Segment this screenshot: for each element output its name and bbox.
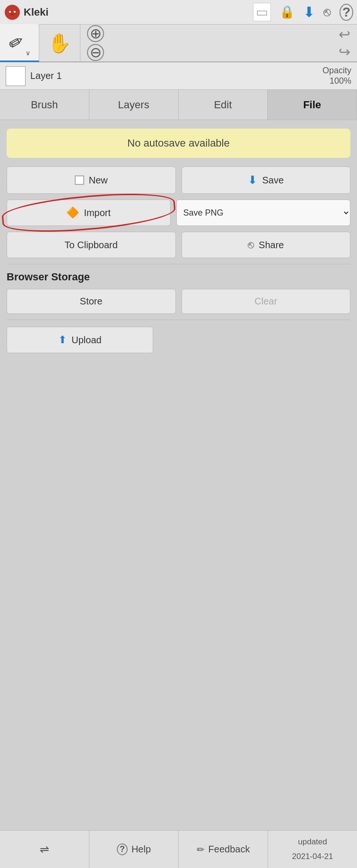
new-icon [75, 175, 84, 185]
updated-info: updated 2021-04-21 [268, 831, 357, 868]
zoom-in-button[interactable]: ⊕ [87, 25, 104, 42]
svg-point-5 [14, 11, 16, 13]
clipboard-label: To Clipboard [65, 240, 118, 251]
help-icon: ? [117, 843, 128, 855]
save-label: Save [262, 175, 284, 186]
clipboard-share-row: To Clipboard ⎋ Share [7, 232, 350, 258]
feedback-icon: ✏ [197, 844, 205, 855]
import-button[interactable]: 🔶 Import [7, 200, 171, 226]
import-label: Import [84, 208, 111, 218]
footer: ⇌ ? Help ✏ Feedback updated 2021-04-21 [0, 830, 357, 868]
store-label: Store [80, 296, 103, 307]
clear-button[interactable]: Clear [182, 289, 351, 314]
download-icon[interactable]: ⬇ [303, 4, 315, 20]
zoom-out-button[interactable]: ⊖ [87, 44, 104, 61]
hand-icon: ✋ [48, 32, 71, 54]
logo-icon [4, 4, 21, 21]
svg-point-4 [9, 11, 11, 13]
layer-thumbnail[interactable] [6, 66, 26, 86]
help-label: Help [131, 844, 151, 855]
share-btn-icon: ⎋ [248, 239, 254, 251]
app-title: Kleki [24, 6, 49, 18]
save-button[interactable]: ⬇ Save [182, 166, 351, 194]
updated-date: 2021-04-21 [292, 851, 333, 862]
import-icon: 🔶 [66, 207, 79, 219]
tab-layers[interactable]: Layers [89, 90, 179, 120]
hand-tool-button[interactable]: ✋ [39, 24, 80, 62]
tab-edit[interactable]: Edit [179, 90, 268, 120]
share-icon[interactable]: ⎋ [323, 5, 331, 19]
top-bar-icons: ▭ 🔒 ⬇ ⎋ ? [253, 3, 353, 21]
undo-redo-controls: ↩ ↪ [332, 26, 357, 60]
brush-tool-button[interactable]: ✏ ∨ [0, 24, 39, 62]
brush-icon: ✏ [4, 29, 28, 55]
new-page-icon[interactable]: ▭ [253, 3, 271, 21]
svg-point-6 [10, 13, 15, 16]
divider-1 [7, 264, 350, 264]
tabs-bar: Brush Layers Edit File [0, 90, 357, 120]
redo-button[interactable]: ↪ [339, 43, 350, 60]
undo-button[interactable]: ↩ [339, 26, 350, 43]
top-bar: Kleki ▭ 🔒 ⬇ ⎋ ? [0, 0, 357, 25]
tab-brush[interactable]: Brush [0, 90, 89, 120]
import-button-wrapper: 🔶 Import [7, 200, 171, 226]
brush-dropdown-arrow[interactable]: ∨ [26, 49, 30, 57]
new-save-row: New ⬇ Save [7, 166, 350, 194]
upload-button[interactable]: ⬆ Upload [7, 327, 153, 353]
feedback-button[interactable]: ✏ Feedback [179, 831, 268, 868]
browser-storage-title: Browser Storage [7, 271, 350, 283]
store-button[interactable]: Store [7, 289, 176, 314]
layer-bar: Layer 1 Opacity 100% [0, 62, 357, 90]
opacity-display: Opacity 100% [322, 66, 351, 86]
upload-label: Upload [71, 335, 101, 346]
layer-name: Layer 1 [30, 70, 62, 81]
autosave-text: No autosave available [127, 137, 229, 149]
opacity-value: 100% [330, 76, 351, 86]
clear-label: Clear [254, 296, 277, 307]
new-label: New [89, 175, 108, 186]
opacity-label-text: Opacity [322, 66, 351, 75]
toolbar: ✏ ∨ ✋ ⊕ ⊖ ↩ ↪ [0, 25, 357, 62]
file-panel: No autosave available New ⬇ Save 🔶 Impor… [0, 120, 357, 367]
to-clipboard-button[interactable]: To Clipboard [7, 232, 176, 258]
tab-file[interactable]: File [268, 90, 357, 120]
divider-2 [7, 320, 350, 320]
help-circle-icon[interactable]: ? [340, 4, 353, 21]
feedback-label: Feedback [209, 844, 250, 855]
updated-label: updated [298, 837, 327, 847]
new-button[interactable]: New [7, 166, 176, 194]
zoom-controls: ⊕ ⊖ [80, 25, 111, 61]
swap-button[interactable]: ⇌ [0, 831, 89, 868]
autosave-notice: No autosave available [7, 129, 350, 158]
swap-icon: ⇌ [40, 843, 49, 856]
import-savepng-row: 🔶 Import Save PNG Save JPEG Save WebP [7, 200, 350, 226]
help-button[interactable]: ? Help [89, 831, 179, 868]
lock-icon[interactable]: 🔒 [279, 5, 295, 19]
save-icon: ⬇ [248, 174, 257, 187]
save-format-select[interactable]: Save PNG Save JPEG Save WebP [176, 200, 351, 226]
share-button[interactable]: ⎋ Share [182, 232, 351, 258]
upload-icon: ⬆ [58, 334, 67, 346]
share-label: Share [259, 240, 284, 251]
store-clear-row: Store Clear [7, 289, 350, 314]
upload-row: ⬆ Upload [7, 327, 350, 353]
app-logo[interactable]: Kleki [4, 4, 49, 21]
